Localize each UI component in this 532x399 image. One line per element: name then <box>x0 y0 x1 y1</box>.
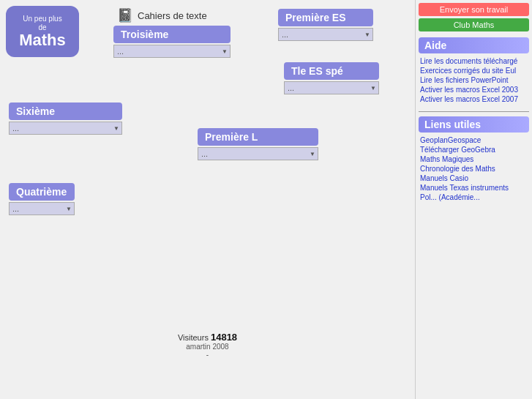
visitors-count: 14818 <box>211 332 237 343</box>
aide-link-0[interactable]: Lire les documents téléchargé <box>419 56 529 66</box>
logo-maths: Maths <box>19 32 66 48</box>
aide-link-3[interactable]: Activer les macros Excel 2003 <box>419 85 529 94</box>
troisieme-select[interactable]: ... <box>113 45 231 58</box>
main-content: Un peu plus de Maths 📓 Cahiers de texte … <box>0 0 415 399</box>
liens-link-3[interactable]: Chronologie des Maths <box>419 164 529 174</box>
liens-link-5[interactable]: Manuels Texas instruments <box>419 183 529 193</box>
grade-quatrieme: Quatrième ... <box>9 183 75 215</box>
grade-tle-es: Tle ES spé ... <box>284 62 379 94</box>
premiere-l-select-wrapper[interactable]: ... <box>198 147 318 160</box>
tle-es-select-wrapper[interactable]: ... <box>284 81 379 94</box>
sixieme-select[interactable]: ... <box>9 122 122 135</box>
troisieme-title: Troisième <box>113 26 231 43</box>
premiere-l-title: Première L <box>198 128 318 146</box>
cahiers-label: Cahiers de texte <box>138 10 207 21</box>
envoyer-button[interactable]: Envoyer son travail <box>419 3 529 16</box>
premiere-l-select[interactable]: ... <box>198 147 318 160</box>
troisieme-select-wrapper[interactable]: ... <box>113 45 231 58</box>
sidebar-divider <box>419 111 529 112</box>
liens-link-1[interactable]: Télécharger GeoGebra <box>419 145 529 154</box>
aide-link-1[interactable]: Exercices corrigés du site Eul <box>419 66 529 75</box>
sidebar: Envoyer son travail Club Maths Aide Lire… <box>415 0 532 399</box>
visitors-author: amartin 2008 <box>178 343 237 351</box>
sixieme-title: Sixième <box>9 102 122 120</box>
liens-link-2[interactable]: Maths Magiques <box>419 154 529 164</box>
visitors-label: Visiteurs <box>178 333 209 342</box>
quatrieme-select[interactable]: ... <box>9 202 75 215</box>
liens-link-4[interactable]: Manuels Casio <box>419 174 529 183</box>
grade-sixieme: Sixième ... <box>9 102 122 135</box>
tle-es-select[interactable]: ... <box>284 81 379 94</box>
page-wrapper: Un peu plus de Maths 📓 Cahiers de texte … <box>0 0 532 399</box>
quatrieme-title: Quatrième <box>9 183 75 201</box>
liens-title: Liens utiles <box>419 116 529 133</box>
liens-section: Liens utiles GeoplanGeospace Télécharger… <box>419 116 529 202</box>
book-icon: 📓 <box>117 7 133 23</box>
cahiers-section: 📓 Cahiers de texte <box>117 7 207 23</box>
sidebar-top-buttons: Envoyer son travail Club Maths <box>419 3 529 31</box>
grade-premiere-l: Première L ... <box>198 128 318 160</box>
club-maths-button[interactable]: Club Maths <box>419 18 529 31</box>
aide-title: Aide <box>419 37 529 53</box>
visitors-section: Visiteurs 14818 amartin 2008 - <box>178 332 237 359</box>
premiere-es-select[interactable]: ... <box>278 28 373 41</box>
logo-line1: Un peu plus <box>23 15 61 23</box>
sixieme-select-wrapper[interactable]: ... <box>9 122 122 135</box>
quatrieme-select-wrapper[interactable]: ... <box>9 202 75 215</box>
tle-es-title: Tle ES spé <box>284 62 379 80</box>
liens-link-0[interactable]: GeoplanGeospace <box>419 135 529 145</box>
premiere-es-select-wrapper[interactable]: ... <box>278 28 373 41</box>
premiere-es-title: Première ES <box>278 9 373 26</box>
aide-section: Aide Lire les documents téléchargé Exerc… <box>419 37 529 104</box>
grade-troisieme: Troisième ... <box>113 26 231 58</box>
aide-link-2[interactable]: Lire les fichiers PowerPoint <box>419 75 529 85</box>
logo: Un peu plus de Maths <box>6 6 79 57</box>
liens-link-6[interactable]: Pol... (Académie... <box>419 193 529 202</box>
grade-premiere-es: Première ES ... <box>278 9 373 41</box>
aide-link-4[interactable]: Activer les macros Excel 2007 <box>419 94 529 104</box>
